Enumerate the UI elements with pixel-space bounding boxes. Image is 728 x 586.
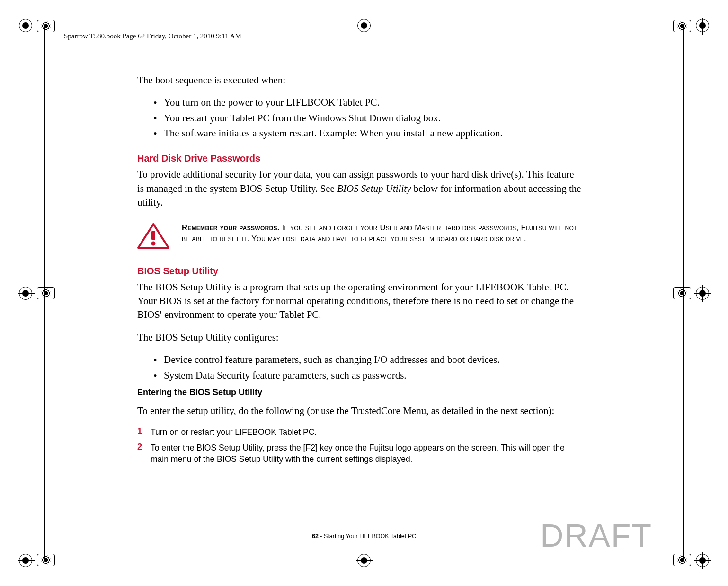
bios-para1: The BIOS Setup Utility is a program that… (137, 280, 582, 322)
frame-line (44, 27, 45, 559)
list-item: System Data Security feature parameters,… (153, 369, 582, 382)
page-number: 62 (312, 533, 319, 540)
bios-heading: BIOS Setup Utility (137, 266, 582, 277)
step-item: 2 To enter the BIOS Setup Utility, press… (137, 442, 582, 465)
page-footer: 62 - Starting Your LIFEBOOK Tablet PC (312, 533, 416, 540)
bios-config-list: Device control feature parameters, such … (137, 353, 582, 382)
list-item: You restart your Tablet PC from the Wind… (153, 111, 582, 125)
color-bar-mark (37, 287, 55, 299)
step-item: 1 Turn on or restart your LIFEBOOK Table… (137, 426, 582, 438)
page-header: Sparrow T580.book Page 62 Friday, Octobe… (64, 32, 241, 40)
intro-text: The boot sequence is executed when: (137, 73, 582, 87)
text-italic: BIOS Setup Utility (337, 183, 411, 194)
footer-title: - Starting Your LIFEBOOK Tablet PC (319, 533, 416, 540)
page-content: The boot sequence is executed when: You … (137, 73, 582, 469)
color-bar-mark (673, 287, 691, 299)
hdd-passwords-heading: Hard Disk Drive Passwords (137, 153, 582, 164)
boot-sequence-list: You turn on the power to your LIFEBOOK T… (137, 96, 582, 140)
list-item: You turn on the power to your LIFEBOOK T… (153, 96, 582, 109)
registration-mark (19, 554, 32, 567)
bios-para3: To enter the setup utility, do the follo… (137, 404, 582, 418)
frame-line (44, 559, 684, 559)
registration-mark (357, 554, 371, 567)
step-text: Turn on or restart your LIFEBOOK Tablet … (151, 426, 317, 438)
bios-steps: 1 Turn on or restart your LIFEBOOK Table… (137, 426, 582, 465)
warning-icon (137, 222, 169, 252)
step-text: To enter the BIOS Setup Utility, press t… (151, 442, 582, 465)
color-bar-mark (673, 20, 691, 32)
svg-point-2 (151, 241, 156, 245)
hdd-paragraph: To provide additional security for your … (137, 168, 582, 209)
registration-mark (19, 19, 32, 32)
registration-mark (696, 554, 709, 567)
frame-line (44, 27, 684, 27)
registration-mark (696, 19, 709, 32)
color-bar-mark (673, 554, 691, 566)
color-bar-mark (37, 20, 55, 32)
frame-line (683, 27, 684, 559)
registration-mark (19, 287, 32, 300)
draft-watermark: DRAFT (540, 517, 652, 554)
step-number: 1 (137, 426, 142, 436)
svg-rect-1 (151, 231, 155, 240)
registration-mark (696, 287, 709, 300)
list-item: The software initiates a system restart.… (153, 126, 582, 140)
entering-bios-heading: Entering the BIOS Setup Utility (137, 388, 582, 397)
list-item: Device control feature parameters, such … (153, 353, 582, 366)
step-number: 2 (137, 442, 142, 452)
warning-callout: Remember your passwords. If you set and … (137, 219, 582, 254)
warning-text: Remember your passwords. If you set and … (182, 222, 582, 244)
registration-mark (357, 19, 371, 32)
bios-para2: The BIOS Setup Utility configures: (137, 331, 582, 344)
warning-bold: Remember your passwords. (182, 223, 280, 232)
color-bar-mark (37, 554, 55, 566)
